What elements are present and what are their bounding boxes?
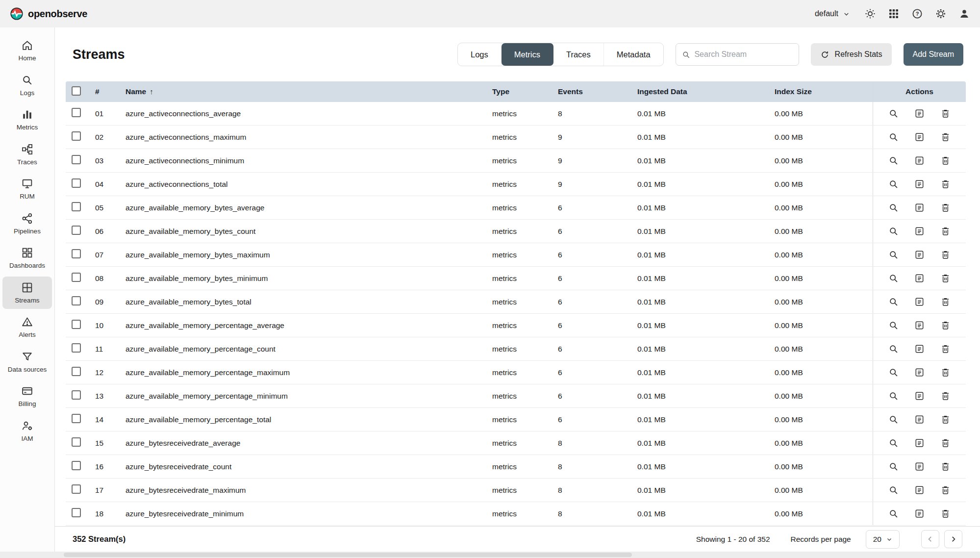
sidebar-item-metrics[interactable]: Metrics	[2, 103, 52, 136]
stream-schema-icon[interactable]	[914, 226, 925, 236]
explore-stream-icon[interactable]	[888, 132, 899, 142]
explore-stream-icon[interactable]	[888, 179, 899, 189]
stream-schema-icon[interactable]	[914, 203, 925, 213]
delete-stream-icon[interactable]	[940, 438, 951, 448]
stream-schema-icon[interactable]	[914, 391, 925, 401]
tab-logs[interactable]: Logs	[458, 43, 502, 66]
stream-schema-icon[interactable]	[914, 414, 925, 425]
explore-stream-icon[interactable]	[888, 320, 899, 330]
explore-stream-icon[interactable]	[888, 297, 899, 307]
delete-stream-icon[interactable]	[940, 108, 951, 119]
row-checkbox[interactable]	[72, 484, 81, 494]
stream-schema-icon[interactable]	[914, 344, 925, 354]
stream-schema-icon[interactable]	[914, 179, 925, 189]
explore-stream-icon[interactable]	[888, 273, 899, 283]
delete-stream-icon[interactable]	[940, 485, 951, 495]
col-type[interactable]: Type	[484, 87, 550, 96]
stream-schema-icon[interactable]	[914, 273, 925, 283]
search-stream-input[interactable]	[694, 50, 792, 59]
explore-stream-icon[interactable]	[888, 508, 899, 519]
delete-stream-icon[interactable]	[940, 391, 951, 401]
sidebar-item-dashboards[interactable]: Dashboards	[2, 242, 52, 275]
tab-metadata[interactable]: Metadata	[604, 43, 663, 66]
stream-schema-icon[interactable]	[914, 132, 925, 142]
delete-stream-icon[interactable]	[940, 508, 951, 519]
records-per-page-select[interactable]: 20	[866, 530, 900, 549]
col-name[interactable]: Name↑	[120, 87, 484, 96]
delete-stream-icon[interactable]	[940, 226, 951, 236]
explore-stream-icon[interactable]	[888, 438, 899, 448]
horizontal-scrollbar[interactable]	[0, 552, 980, 558]
col-index-size[interactable]: Index Size	[769, 87, 873, 96]
stream-schema-icon[interactable]	[914, 461, 925, 472]
row-checkbox[interactable]	[72, 367, 81, 376]
sidebar-item-home[interactable]: Home	[2, 34, 52, 67]
row-checkbox[interactable]	[72, 226, 81, 235]
delete-stream-icon[interactable]	[940, 273, 951, 283]
explore-stream-icon[interactable]	[888, 155, 899, 166]
sidebar-item-pipelines[interactable]: Pipelines	[2, 207, 52, 240]
delete-stream-icon[interactable]	[940, 461, 951, 472]
sidebar-item-iam[interactable]: IAM	[2, 415, 52, 448]
explore-stream-icon[interactable]	[888, 226, 899, 236]
row-checkbox[interactable]	[72, 155, 81, 164]
sidebar-item-logs[interactable]: Logs	[2, 69, 52, 102]
row-checkbox[interactable]	[72, 296, 81, 305]
row-checkbox[interactable]	[72, 108, 81, 117]
prev-page-button[interactable]	[921, 530, 939, 548]
delete-stream-icon[interactable]	[940, 179, 951, 189]
col-events[interactable]: Events	[550, 87, 630, 96]
explore-stream-icon[interactable]	[888, 203, 899, 213]
delete-stream-icon[interactable]	[940, 155, 951, 166]
delete-stream-icon[interactable]	[940, 250, 951, 260]
delete-stream-icon[interactable]	[940, 367, 951, 378]
explore-stream-icon[interactable]	[888, 250, 899, 260]
stream-schema-icon[interactable]	[914, 155, 925, 166]
add-stream-button[interactable]: Add Stream	[904, 43, 963, 66]
stream-schema-icon[interactable]	[914, 108, 925, 119]
row-checkbox[interactable]	[72, 273, 81, 282]
apps-icon[interactable]	[888, 8, 900, 20]
delete-stream-icon[interactable]	[940, 132, 951, 142]
row-checkbox[interactable]	[72, 414, 81, 423]
row-checkbox[interactable]	[72, 343, 81, 353]
org-selector[interactable]: default	[812, 6, 853, 21]
refresh-stats-button[interactable]: Refresh Stats	[811, 43, 892, 66]
stream-schema-icon[interactable]	[914, 320, 925, 330]
row-checkbox[interactable]	[72, 437, 81, 447]
sidebar-item-alerts[interactable]: Alerts	[2, 311, 52, 344]
sidebar-item-streams[interactable]: Streams	[2, 277, 52, 309]
stream-schema-icon[interactable]	[914, 508, 925, 519]
row-checkbox[interactable]	[72, 131, 81, 141]
row-checkbox[interactable]	[72, 249, 81, 258]
stream-schema-icon[interactable]	[914, 250, 925, 260]
delete-stream-icon[interactable]	[940, 297, 951, 307]
sidebar-item-traces[interactable]: Traces	[2, 138, 52, 171]
row-checkbox[interactable]	[72, 461, 81, 470]
delete-stream-icon[interactable]	[940, 203, 951, 213]
explore-stream-icon[interactable]	[888, 367, 899, 378]
tab-metrics[interactable]: Metrics	[502, 43, 553, 66]
row-checkbox[interactable]	[72, 202, 81, 211]
delete-stream-icon[interactable]	[940, 344, 951, 354]
explore-stream-icon[interactable]	[888, 485, 899, 495]
profile-icon[interactable]	[958, 8, 970, 20]
row-checkbox[interactable]	[72, 178, 81, 188]
stream-schema-icon[interactable]	[914, 297, 925, 307]
row-checkbox[interactable]	[72, 390, 81, 400]
row-checkbox[interactable]	[72, 508, 81, 517]
select-all-checkbox[interactable]	[72, 86, 81, 96]
col-ingested-data[interactable]: Ingested Data	[630, 87, 769, 96]
delete-stream-icon[interactable]	[940, 320, 951, 330]
next-page-button[interactable]	[944, 530, 962, 548]
tab-traces[interactable]: Traces	[553, 43, 604, 66]
sidebar-item-data-sources[interactable]: Data sources	[2, 346, 52, 379]
stream-schema-icon[interactable]	[914, 485, 925, 495]
settings-icon[interactable]	[935, 8, 947, 20]
scrollbar-thumb[interactable]	[64, 553, 632, 557]
explore-stream-icon[interactable]	[888, 461, 899, 472]
explore-stream-icon[interactable]	[888, 414, 899, 425]
sidebar-item-billing[interactable]: Billing	[2, 380, 52, 413]
sidebar-item-rum[interactable]: RUM	[2, 173, 52, 205]
explore-stream-icon[interactable]	[888, 344, 899, 354]
